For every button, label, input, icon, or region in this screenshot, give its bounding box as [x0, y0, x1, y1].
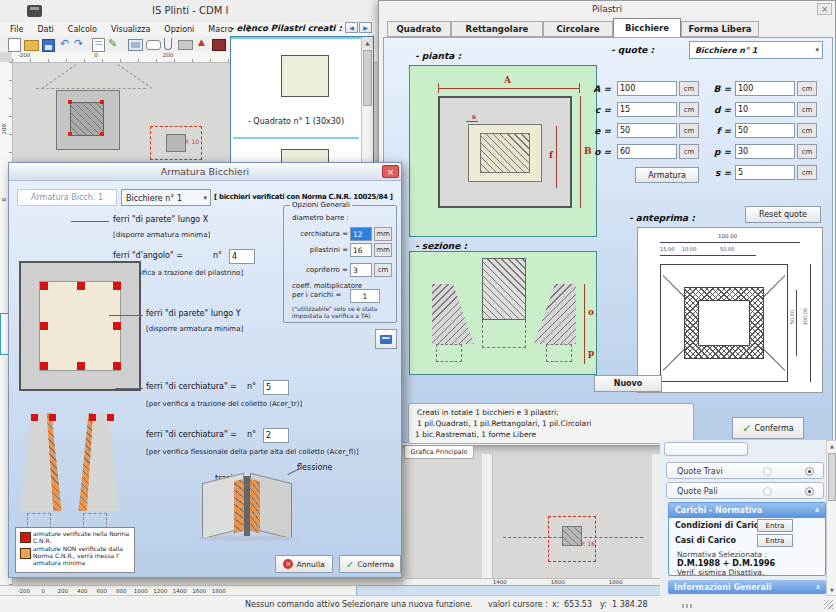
tab-quadrato[interactable]: Quadrato	[387, 21, 451, 37]
copriferro-input[interactable]: 3	[350, 263, 372, 277]
cerch2-input[interactable]: 2	[263, 428, 289, 443]
field-f-input[interactable]: 50	[735, 123, 795, 138]
field-A-input[interactable]: 100	[617, 81, 677, 96]
sidebar: Quote Travi Quote Pali Carichi - Normati…	[660, 438, 836, 596]
coeff-input[interactable]: 1	[350, 289, 380, 303]
field-d-input[interactable]: 10	[735, 102, 795, 117]
save-icon[interactable]	[42, 39, 55, 52]
pilastri-window: Pilastri × Quadrato Rettangolare Circola…	[378, 0, 836, 446]
elenco-prev-button[interactable]: ◀	[345, 22, 358, 33]
radio-unselected[interactable]	[763, 487, 772, 496]
annulla-button[interactable]: × Annulla	[275, 555, 333, 573]
corner-grip[interactable]	[824, 600, 833, 609]
sidebar-scrollbar[interactable]: ▲ ▼	[826, 440, 836, 596]
dim-right-inner: 50.00	[789, 310, 795, 324]
cerch2-label: ferri "di cerchiatura" =	[146, 430, 237, 439]
angolo-input[interactable]: 4	[229, 249, 255, 264]
reset-quote-button[interactable]: Reset quote	[745, 206, 821, 223]
scroll-up-icon[interactable]: ▲	[827, 441, 836, 451]
casi-label: Casi di Carico	[675, 536, 736, 545]
sidebar-item-quote-pali[interactable]: Quote Pali	[666, 482, 824, 499]
new-file-icon[interactable]	[8, 38, 21, 52]
status-cursor-label: valori cursore :	[488, 600, 548, 609]
ruler-label: 1600	[190, 588, 210, 594]
field-o-label: o =	[577, 147, 611, 157]
pencil-icon[interactable]: ✎	[108, 37, 117, 50]
condizioni-label: Condizioni di Carico	[675, 521, 764, 530]
carichi-header[interactable]: Carichi - Normativa ∧	[669, 503, 825, 518]
status-bar: Nessun comando attivo Selezionare una nu…	[0, 595, 836, 612]
edit-sheet-icon[interactable]	[92, 38, 105, 52]
menu-dati[interactable]: Dati	[37, 25, 53, 34]
field-p-label: p =	[695, 147, 731, 157]
field-s-input[interactable]: 5	[735, 165, 795, 180]
dialog-titlebar[interactable]: Armatura Bicchieri ×	[9, 163, 401, 181]
pilastro-thumbnail[interactable]	[281, 55, 329, 97]
tab-bicchiere[interactable]: Bicchiere	[613, 18, 681, 37]
open-folder-icon[interactable]	[24, 40, 39, 51]
ruler-label: 200	[53, 588, 73, 594]
menu-calcolo[interactable]: Calcolo	[68, 25, 97, 34]
tab-circolare[interactable]: Circolare	[543, 21, 613, 37]
collapse-icon[interactable]: ∧	[814, 506, 820, 514]
cerch1-input[interactable]: 5	[263, 380, 289, 395]
bicchiere-select[interactable]: Bicchiere n° 1 ▾	[121, 189, 211, 206]
redo-icon[interactable]: ↷	[74, 37, 83, 50]
scroll-down-icon[interactable]: ▼	[827, 585, 836, 595]
tab-rettangolare[interactable]: Rettangolare	[451, 21, 543, 37]
field-f-unit: cm	[797, 123, 817, 138]
nuovo-button[interactable]: Nuovo	[594, 375, 662, 392]
info-line-3: 1 bic.Rastremati, 1 forme Libere	[415, 430, 536, 439]
radio-selected[interactable]	[805, 467, 814, 476]
print-icon[interactable]	[178, 40, 193, 50]
menu-opzioni[interactable]: Opzioni	[164, 25, 194, 34]
informazioni-header[interactable]: Informazioni Generali ∧	[668, 580, 826, 594]
conferma-dialog-button[interactable]: ✓ Conferma	[339, 555, 401, 573]
dim-top: 100.00	[718, 233, 737, 239]
legend-text-verified: armature verificate nella Norma C.N.R.	[33, 531, 131, 545]
field-o-input[interactable]: 60	[617, 144, 677, 159]
entra-button-casi[interactable]: Entra	[757, 534, 793, 547]
tab-forma-libera[interactable]: Forma Libera	[681, 21, 759, 37]
field-d-label: d =	[695, 105, 731, 115]
resize-grip[interactable]	[682, 604, 692, 608]
collapse-icon[interactable]: ∧	[815, 583, 821, 591]
field-d-unit: cm	[797, 102, 817, 117]
coeff-note: ("utilizzabile" solo se è stata impostat…	[292, 306, 394, 319]
paperclip-icon[interactable]	[164, 38, 172, 50]
radio-unselected[interactable]	[763, 467, 772, 476]
elenco-next-button[interactable]: ▶	[359, 22, 372, 33]
dim-50: 50.00	[720, 246, 734, 252]
book-icon[interactable]	[212, 39, 226, 51]
pilastri-titlebar[interactable]: Pilastri ×	[379, 1, 835, 17]
armatura-button[interactable]: Armatura	[635, 167, 699, 183]
field-c-input[interactable]: 15	[617, 102, 677, 117]
undo-icon[interactable]: ↶	[60, 37, 69, 50]
sidebar-item-partial[interactable]	[664, 442, 748, 456]
close-icon[interactable]: ×	[382, 165, 399, 178]
armatura-tab[interactable]: Armatura Bicch. 1	[17, 189, 117, 206]
report-tool-button[interactable]	[375, 329, 397, 349]
cerchiatura-input[interactable]: 12	[350, 227, 372, 241]
sezione-label: - sezione :	[415, 241, 467, 251]
close-icon[interactable]: ×	[817, 3, 832, 15]
field-p-input[interactable]: 30	[735, 144, 795, 159]
radio-selected[interactable]	[805, 487, 814, 496]
ruler-label: -200	[12, 52, 36, 58]
entra-button-condizioni[interactable]: Entra	[757, 519, 793, 532]
sidebar-item-quote-travi[interactable]: Quote Travi	[666, 462, 824, 479]
menu-visualizza[interactable]: Visualizza	[111, 25, 150, 34]
image-icon[interactable]	[128, 39, 143, 51]
quote-select[interactable]: Bicchiere n° 1 ▾	[689, 41, 823, 59]
legend-swatch-not-verified	[20, 548, 31, 559]
tab-grafica-principale[interactable]: Grafica Principale	[404, 446, 474, 459]
field-e-input[interactable]: 50	[617, 123, 677, 138]
status-y-value: 1 384.28	[612, 600, 648, 609]
pilastrini-input[interactable]: 16	[350, 243, 372, 257]
conferma-button[interactable]: ✓ Conferma	[732, 417, 804, 439]
triangle-icon[interactable]: ▲	[198, 37, 205, 47]
field-B-input[interactable]: 100	[735, 81, 795, 96]
shape-icon[interactable]	[146, 40, 161, 50]
menu-file[interactable]: File	[10, 25, 23, 34]
scroll-up-icon[interactable]: ▲	[362, 37, 373, 48]
